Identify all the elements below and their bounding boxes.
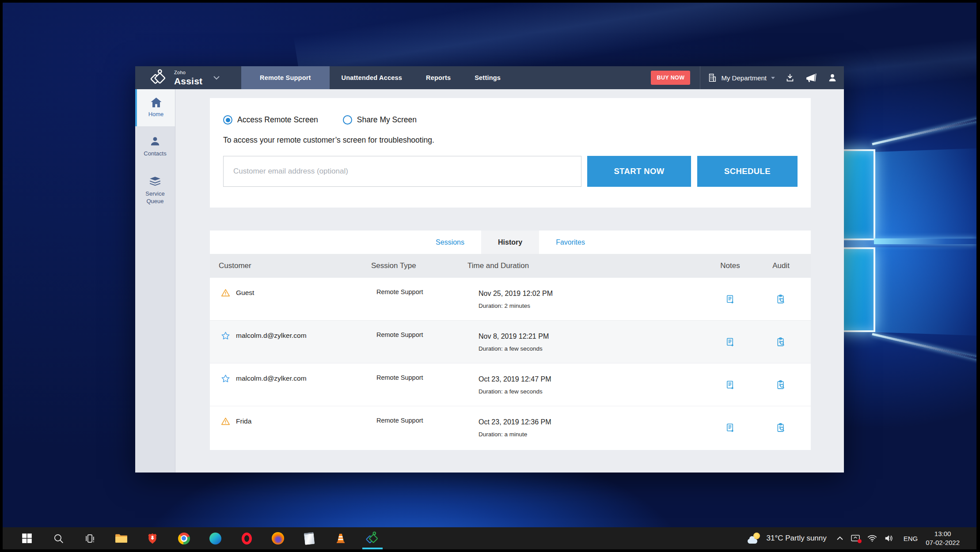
home-icon — [150, 97, 162, 108]
nav-tabs: Remote Support Unattended Access Reports… — [241, 66, 513, 89]
radio-access-remote-screen[interactable]: Access Remote Screen — [223, 115, 318, 125]
tab-remote-support[interactable]: Remote Support — [241, 66, 330, 89]
system-tray: 31°C Partly sunny — [748, 529, 976, 548]
edge-browser-icon[interactable] — [209, 531, 222, 545]
table-row[interactable]: Frida Remote Support Oct 23, 2019 12:36 … — [210, 406, 811, 449]
table-header: Customer Session Type Time and Duration … — [210, 254, 811, 278]
audit-icon[interactable] — [776, 337, 786, 347]
windows-taskbar: 31°C Partly sunny — [3, 527, 976, 549]
weather-text[interactable]: 31°C Partly sunny — [766, 534, 826, 543]
audit-icon[interactable] — [776, 294, 786, 304]
firefox-browser-icon[interactable] — [271, 531, 285, 545]
tab-history[interactable]: History — [481, 231, 539, 254]
sidebar-item-home[interactable]: Home — [135, 89, 175, 126]
chrome-browser-icon[interactable] — [177, 531, 190, 545]
hidden-icons-chevron[interactable] — [836, 536, 843, 541]
notification-dot — [858, 539, 862, 543]
customer-email-input[interactable] — [223, 156, 581, 187]
star-icon[interactable] — [221, 331, 230, 340]
tab-sessions[interactable]: Sessions — [419, 231, 481, 254]
session-type: Remote Support — [362, 406, 459, 449]
opera-browser-icon[interactable] — [240, 531, 253, 545]
windows-logo-glow — [874, 148, 976, 239]
file-explorer-icon[interactable] — [114, 531, 128, 545]
add-notes-icon[interactable] — [725, 380, 735, 390]
customer-name: Guest — [236, 289, 254, 297]
nav-right-cluster: BUY NOW My Department — [651, 66, 844, 89]
zoho-assist-window: Zoho Assist Remote Support Unattended Ac… — [135, 66, 844, 473]
chevron-down-icon — [771, 76, 775, 79]
add-notes-icon[interactable] — [725, 423, 735, 433]
user-profile-icon[interactable] — [828, 73, 837, 83]
add-notes-icon[interactable] — [725, 294, 735, 304]
date: 07-02-2022 — [926, 538, 960, 547]
wallpaper: Zoho Assist Remote Support Unattended Ac… — [3, 3, 976, 549]
time-and-duration: Nov 8, 2019 12:21 PM Duration: a few sec… — [459, 321, 709, 363]
weather-icon[interactable] — [748, 533, 761, 544]
radio-share-my-screen[interactable]: Share My Screen — [343, 115, 417, 125]
volume-icon[interactable] — [884, 534, 894, 543]
table-row[interactable]: malcolm.d@zylker.com Remote Support Nov … — [210, 321, 811, 363]
tab-favorites[interactable]: Favorites — [539, 231, 602, 254]
session-description: To access your remote customer’s screen … — [223, 136, 798, 145]
service-queue-icon — [149, 176, 161, 187]
tab-unattended-access[interactable]: Unattended Access — [330, 66, 414, 89]
schedule-button[interactable]: SCHEDULE — [697, 156, 798, 187]
sidebar-item-label: Contacts — [144, 150, 166, 157]
table-row[interactable]: malcolm.d@zylker.com Remote Support Oct … — [210, 363, 811, 406]
add-notes-icon[interactable] — [725, 337, 735, 347]
session-duration: Duration: a few seconds — [479, 388, 709, 395]
department-selector[interactable]: My Department — [707, 73, 775, 83]
start-now-button[interactable]: START NOW — [587, 156, 691, 187]
top-navbar: Zoho Assist Remote Support Unattended Ac… — [135, 66, 844, 89]
tab-settings[interactable]: Settings — [463, 66, 513, 89]
session-time: Oct 23, 2019 12:47 PM — [479, 375, 709, 383]
zoho-assist-taskbar-icon[interactable] — [365, 531, 379, 545]
table-row[interactable]: Guest Remote Support Nov 25, 2019 12:02 … — [210, 278, 811, 321]
customer-name: Frida — [236, 417, 251, 425]
audit-icon[interactable] — [776, 380, 786, 390]
sessions-history-panel: Sessions History Favorites Customer Sess… — [210, 231, 811, 450]
zoho-assist-logo-icon — [149, 68, 169, 87]
sidebar-item-service-queue[interactable]: Service Queue — [135, 166, 175, 214]
audit-icon[interactable] — [776, 423, 786, 433]
clock[interactable]: 13:00 07-02-2022 — [926, 529, 960, 548]
vlc-player-icon[interactable] — [334, 531, 347, 545]
organization-icon — [707, 73, 717, 83]
star-icon[interactable] — [221, 374, 230, 383]
buy-now-button[interactable]: BUY NOW — [651, 71, 690, 85]
customer-name: malcolm.d@zylker.com — [236, 374, 307, 382]
screen-cast-tray-icon[interactable] — [851, 534, 860, 542]
windows-logo-glow — [874, 247, 976, 336]
radio-unselected-icon[interactable] — [343, 115, 352, 125]
notepad-icon[interactable] — [303, 531, 316, 545]
windows-logo-beam — [874, 238, 976, 244]
start-button[interactable] — [20, 531, 34, 545]
session-time: Oct 23, 2019 12:36 PM — [479, 418, 709, 426]
app-logo[interactable]: Zoho Assist — [135, 66, 241, 89]
sidebar: Home Contacts — [135, 89, 175, 473]
radio-label: Access Remote Screen — [237, 115, 318, 125]
brave-browser-icon[interactable] — [146, 531, 159, 545]
brand-assist: Assist — [174, 76, 202, 86]
sidebar-item-contacts[interactable]: Contacts — [135, 126, 175, 166]
language-indicator[interactable]: ENG — [904, 535, 918, 542]
weather-condition: Partly sunny — [785, 534, 827, 542]
announcements-icon[interactable] — [805, 72, 817, 83]
windows-logo-beam — [872, 333, 976, 361]
tab-reports[interactable]: Reports — [414, 66, 463, 89]
time-and-duration: Oct 23, 2019 12:47 PM Duration: a few se… — [459, 363, 709, 406]
radio-selected-icon[interactable] — [223, 115, 232, 125]
windows-logo-beam — [872, 117, 976, 145]
chevron-down-icon[interactable] — [213, 74, 220, 82]
warning-icon — [221, 288, 230, 297]
task-view-icon[interactable] — [83, 531, 96, 545]
download-icon[interactable] — [785, 73, 795, 83]
session-mode-radios: Access Remote Screen Share My Screen — [223, 115, 798, 125]
wifi-icon[interactable] — [867, 534, 877, 542]
session-time: Nov 25, 2019 12:02 PM — [479, 290, 709, 298]
search-icon[interactable] — [52, 531, 65, 545]
department-label: My Department — [721, 74, 767, 82]
active-app-indicator — [362, 548, 383, 549]
session-form: START NOW SCHEDULE — [223, 156, 798, 187]
